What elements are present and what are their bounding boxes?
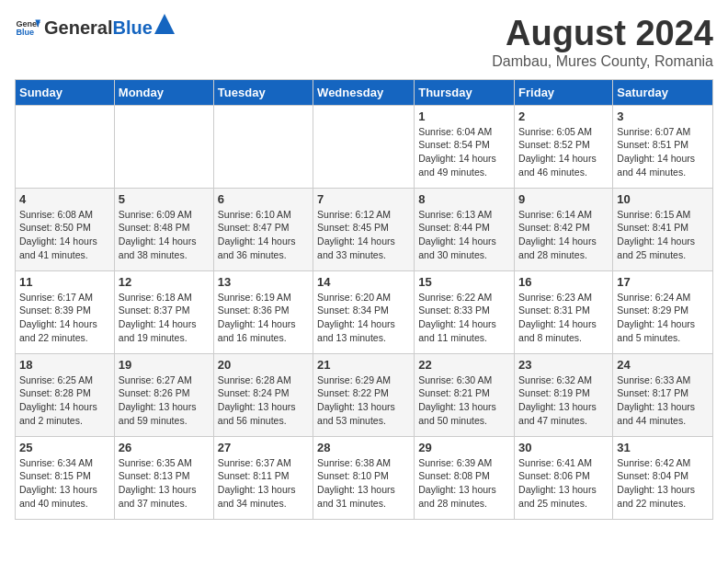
calendar-cell — [213, 105, 313, 188]
subtitle: Dambau, Mures County, Romania — [492, 53, 713, 70]
day-info: Sunrise: 6:34 AM Sunset: 8:15 PM Dayligh… — [19, 456, 110, 511]
day-info: Sunrise: 6:14 AM Sunset: 8:42 PM Dayligh… — [518, 208, 609, 262]
day-info: Sunrise: 6:27 AM Sunset: 8:26 PM Dayligh… — [119, 373, 210, 428]
logo-icon: General Blue — [15, 15, 40, 40]
day-number: 10 — [617, 192, 709, 206]
day-info: Sunrise: 6:10 AM Sunset: 8:47 PM Dayligh… — [218, 208, 309, 262]
calendar-cell: 19Sunrise: 6:27 AM Sunset: 8:26 PM Dayli… — [114, 353, 213, 436]
week-row-4: 18Sunrise: 6:25 AM Sunset: 8:28 PM Dayli… — [16, 353, 713, 436]
day-number: 31 — [617, 441, 709, 454]
logo-blue: Blue — [112, 17, 152, 39]
col-header-thursday: Thursday — [415, 79, 515, 105]
week-row-5: 25Sunrise: 6:34 AM Sunset: 8:15 PM Dayli… — [16, 436, 713, 519]
col-header-wednesday: Wednesday — [313, 79, 415, 105]
day-info: Sunrise: 6:09 AM Sunset: 8:48 PM Dayligh… — [119, 208, 210, 262]
calendar-cell: 31Sunrise: 6:42 AM Sunset: 8:04 PM Dayli… — [613, 436, 713, 519]
day-info: Sunrise: 6:25 AM Sunset: 8:28 PM Dayligh… — [19, 373, 110, 428]
header: General Blue General Blue August 2024 Da… — [15, 15, 713, 70]
col-header-monday: Monday — [114, 79, 213, 105]
calendar-cell: 21Sunrise: 6:29 AM Sunset: 8:22 PM Dayli… — [313, 353, 415, 436]
calendar-cell: 17Sunrise: 6:24 AM Sunset: 8:29 PM Dayli… — [613, 270, 713, 353]
day-info: Sunrise: 6:35 AM Sunset: 8:13 PM Dayligh… — [119, 456, 210, 511]
day-info: Sunrise: 6:42 AM Sunset: 8:04 PM Dayligh… — [617, 456, 709, 511]
day-number: 27 — [218, 441, 309, 454]
day-number: 17 — [617, 275, 709, 289]
calendar-cell — [313, 105, 415, 188]
calendar-cell — [114, 105, 213, 188]
week-row-2: 4Sunrise: 6:08 AM Sunset: 8:50 PM Daylig… — [16, 188, 713, 270]
calendar-cell: 28Sunrise: 6:38 AM Sunset: 8:10 PM Dayli… — [313, 436, 415, 519]
day-info: Sunrise: 6:12 AM Sunset: 8:45 PM Dayligh… — [317, 208, 410, 262]
day-number: 6 — [218, 192, 309, 206]
day-info: Sunrise: 6:23 AM Sunset: 8:31 PM Dayligh… — [518, 291, 609, 345]
title-area: August 2024 Dambau, Mures County, Romani… — [492, 15, 713, 70]
day-info: Sunrise: 6:39 AM Sunset: 8:08 PM Dayligh… — [418, 456, 510, 511]
col-header-tuesday: Tuesday — [213, 79, 313, 105]
calendar-cell: 8Sunrise: 6:13 AM Sunset: 8:44 PM Daylig… — [415, 188, 515, 270]
day-number: 22 — [418, 358, 510, 372]
day-info: Sunrise: 6:05 AM Sunset: 8:52 PM Dayligh… — [518, 125, 609, 179]
day-number: 21 — [317, 358, 410, 372]
calendar-cell: 11Sunrise: 6:17 AM Sunset: 8:39 PM Dayli… — [16, 270, 115, 353]
calendar-cell: 5Sunrise: 6:09 AM Sunset: 8:48 PM Daylig… — [114, 188, 213, 270]
calendar-cell: 6Sunrise: 6:10 AM Sunset: 8:47 PM Daylig… — [213, 188, 313, 270]
day-number: 25 — [19, 441, 110, 454]
day-number: 26 — [119, 441, 210, 454]
calendar-cell: 9Sunrise: 6:14 AM Sunset: 8:42 PM Daylig… — [515, 188, 613, 270]
calendar-cell: 4Sunrise: 6:08 AM Sunset: 8:50 PM Daylig… — [16, 188, 115, 270]
calendar-cell: 20Sunrise: 6:28 AM Sunset: 8:24 PM Dayli… — [213, 353, 313, 436]
col-header-saturday: Saturday — [613, 79, 713, 105]
day-info: Sunrise: 6:37 AM Sunset: 8:11 PM Dayligh… — [218, 456, 309, 511]
day-number: 7 — [317, 192, 410, 206]
day-info: Sunrise: 6:29 AM Sunset: 8:22 PM Dayligh… — [317, 373, 410, 428]
day-info: Sunrise: 6:13 AM Sunset: 8:44 PM Dayligh… — [418, 208, 510, 262]
day-number: 18 — [19, 358, 110, 372]
day-number: 19 — [119, 358, 210, 372]
day-info: Sunrise: 6:17 AM Sunset: 8:39 PM Dayligh… — [19, 291, 110, 345]
day-number: 29 — [418, 441, 510, 454]
day-info: Sunrise: 6:07 AM Sunset: 8:51 PM Dayligh… — [617, 125, 709, 179]
calendar-cell: 10Sunrise: 6:15 AM Sunset: 8:41 PM Dayli… — [613, 188, 713, 270]
day-number: 15 — [418, 275, 510, 289]
calendar-cell: 26Sunrise: 6:35 AM Sunset: 8:13 PM Dayli… — [114, 436, 213, 519]
main-title: August 2024 — [492, 15, 713, 53]
day-info: Sunrise: 6:38 AM Sunset: 8:10 PM Dayligh… — [317, 456, 410, 511]
day-info: Sunrise: 6:20 AM Sunset: 8:34 PM Dayligh… — [317, 291, 410, 345]
day-number: 8 — [418, 192, 510, 206]
logo-triangle-icon — [154, 14, 175, 34]
svg-marker-3 — [154, 14, 175, 34]
calendar-cell: 22Sunrise: 6:30 AM Sunset: 8:21 PM Dayli… — [415, 353, 515, 436]
day-info: Sunrise: 6:22 AM Sunset: 8:33 PM Dayligh… — [418, 291, 510, 345]
calendar-cell: 30Sunrise: 6:41 AM Sunset: 8:06 PM Dayli… — [515, 436, 613, 519]
day-info: Sunrise: 6:32 AM Sunset: 8:19 PM Dayligh… — [518, 373, 609, 428]
calendar-cell: 3Sunrise: 6:07 AM Sunset: 8:51 PM Daylig… — [613, 105, 713, 188]
day-info: Sunrise: 6:18 AM Sunset: 8:37 PM Dayligh… — [119, 291, 210, 345]
calendar-cell: 14Sunrise: 6:20 AM Sunset: 8:34 PM Dayli… — [313, 270, 415, 353]
day-info: Sunrise: 6:24 AM Sunset: 8:29 PM Dayligh… — [617, 291, 709, 345]
day-number: 12 — [119, 275, 210, 289]
day-number: 1 — [418, 109, 510, 123]
day-info: Sunrise: 6:28 AM Sunset: 8:24 PM Dayligh… — [218, 373, 309, 428]
calendar-header: SundayMondayTuesdayWednesdayThursdayFrid… — [16, 79, 713, 105]
calendar-cell: 7Sunrise: 6:12 AM Sunset: 8:45 PM Daylig… — [313, 188, 415, 270]
day-info: Sunrise: 6:08 AM Sunset: 8:50 PM Dayligh… — [19, 208, 110, 262]
calendar-cell: 29Sunrise: 6:39 AM Sunset: 8:08 PM Dayli… — [415, 436, 515, 519]
day-number: 2 — [518, 109, 609, 123]
col-header-sunday: Sunday — [16, 79, 115, 105]
day-info: Sunrise: 6:04 AM Sunset: 8:54 PM Dayligh… — [418, 125, 510, 179]
calendar-cell: 1Sunrise: 6:04 AM Sunset: 8:54 PM Daylig… — [415, 105, 515, 188]
svg-text:Blue: Blue — [16, 28, 34, 37]
day-number: 16 — [518, 275, 609, 289]
day-info: Sunrise: 6:33 AM Sunset: 8:17 PM Dayligh… — [617, 373, 709, 428]
calendar-cell: 18Sunrise: 6:25 AM Sunset: 8:28 PM Dayli… — [16, 353, 115, 436]
day-number: 14 — [317, 275, 410, 289]
day-info: Sunrise: 6:30 AM Sunset: 8:21 PM Dayligh… — [418, 373, 510, 428]
calendar-cell: 2Sunrise: 6:05 AM Sunset: 8:52 PM Daylig… — [515, 105, 613, 188]
day-number: 9 — [518, 192, 609, 206]
logo: General Blue General Blue — [15, 15, 175, 40]
calendar-cell: 13Sunrise: 6:19 AM Sunset: 8:36 PM Dayli… — [213, 270, 313, 353]
calendar-cell: 24Sunrise: 6:33 AM Sunset: 8:17 PM Dayli… — [613, 353, 713, 436]
day-number: 5 — [119, 192, 210, 206]
day-info: Sunrise: 6:15 AM Sunset: 8:41 PM Dayligh… — [617, 208, 709, 262]
calendar-cell — [16, 105, 115, 188]
